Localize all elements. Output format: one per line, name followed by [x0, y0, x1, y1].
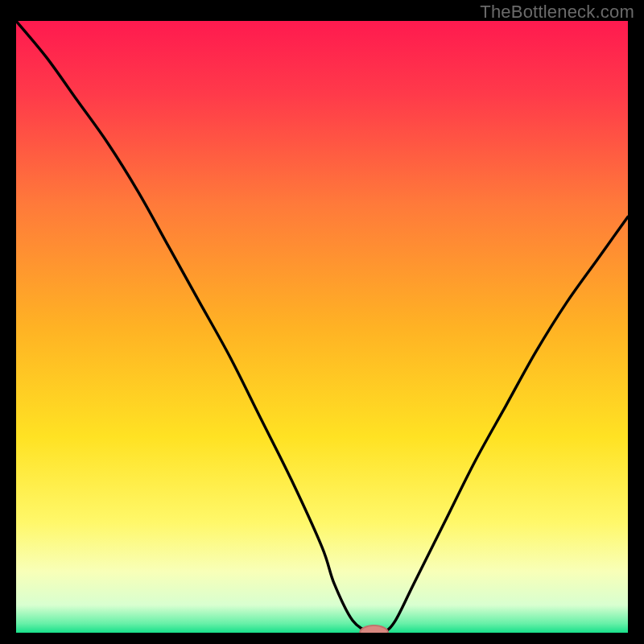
gradient-background: [16, 21, 628, 633]
bottleneck-chart: [16, 21, 628, 633]
watermark-text: TheBottleneck.com: [480, 2, 634, 23]
plot-area: [16, 21, 628, 633]
chart-frame: TheBottleneck.com: [0, 0, 644, 644]
